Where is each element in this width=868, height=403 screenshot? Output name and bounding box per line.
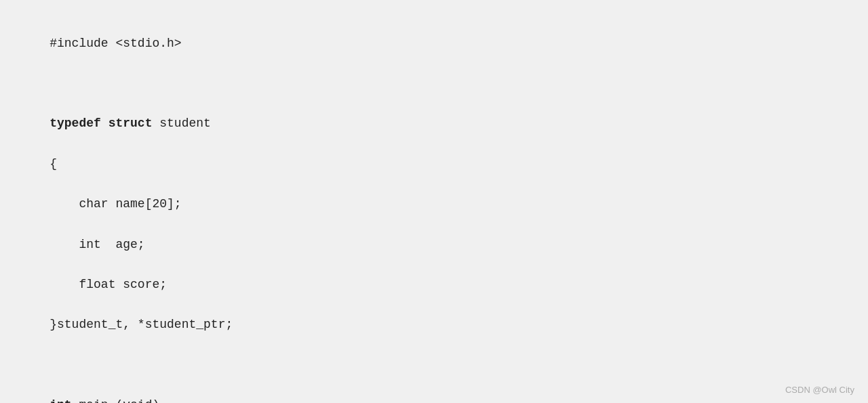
line-typedef: typedef struct student — [50, 116, 211, 130]
line-close-struct: }student_t, *student_ptr; — [50, 318, 233, 331]
line-include: #include <stdio.h> — [50, 37, 181, 50]
code-container: #include <stdio.h> typedef struct studen… — [0, 0, 868, 403]
line-char-name: char name[20]; — [50, 197, 181, 211]
code-block: #include <stdio.h> typedef struct studen… — [20, 14, 848, 403]
line-float-score: float score; — [50, 278, 167, 291]
line-int-age: int age; — [50, 238, 144, 251]
watermark: CSDN @Owl City — [785, 385, 854, 395]
line-open-brace1: { — [50, 157, 57, 171]
line-main: int main (void) — [50, 398, 159, 403]
